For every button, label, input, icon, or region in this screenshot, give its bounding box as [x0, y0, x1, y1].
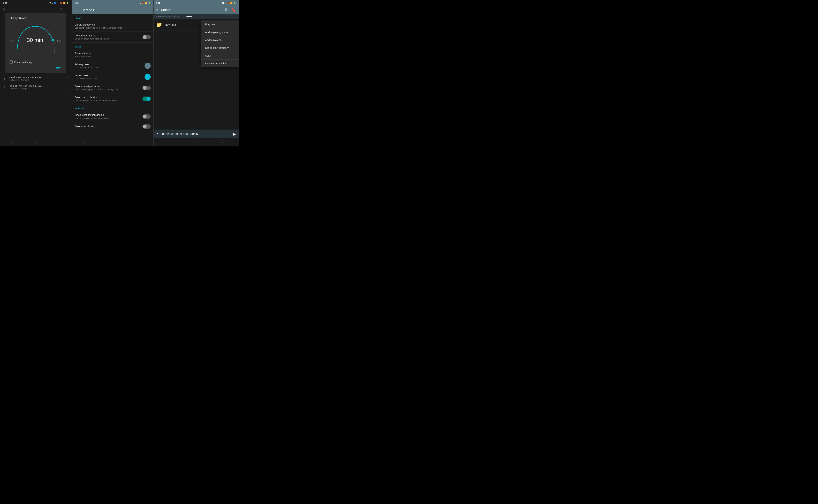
set-button[interactable]: SET — [54, 66, 62, 70]
song-list: 1 Basshunter - I Can Walk On W... <unkno… — [0, 73, 72, 138]
nav-home-3[interactable]: ○ — [194, 140, 196, 144]
hamburger-menu-button[interactable]: ≡ — [156, 8, 158, 12]
primary-color-swatch[interactable] — [144, 63, 151, 69]
nav-back-3[interactable]: ‹ — [167, 140, 168, 144]
toggle-thumb-colored-notif — [143, 125, 146, 128]
primary-color-title: Primary color — [74, 63, 98, 66]
settings-classic-notification[interactable]: Classic notification design Use the clas… — [72, 111, 153, 122]
bookmark-button-3[interactable]: 🔖 — [232, 8, 236, 12]
statusbar-3: 1:02 🖼 ∞ 🔕 📶 🔋 — [153, 0, 239, 6]
music-icon: ♪ — [52, 2, 53, 4]
mini-player-play-button[interactable]: ▶ — [233, 132, 236, 136]
heart-button[interactable]: ♡ — [60, 7, 63, 12]
mini-player[interactable]: ∧ SUPER EUROBEAT FOR RUNNIN... ▶ — [153, 130, 239, 138]
context-play-next[interactable]: Play next — [201, 20, 239, 28]
remember-tab-title: Remember last tab — [74, 34, 109, 37]
general-theme-title: General theme — [74, 52, 91, 55]
accent-color-swatch[interactable] — [144, 74, 151, 80]
status-icons-3: 🖼 ∞ 🔕 📶 🔋 — [222, 2, 236, 4]
timer-arc-area[interactable]: 30 min. 0:3 1:34 — [10, 23, 62, 57]
nav-home-1[interactable]: ○ — [34, 140, 36, 144]
song-info-2: Initial D - No One Sleep In Tok... <unkn… — [9, 85, 63, 90]
nav-back-1[interactable]: ‹ — [11, 140, 12, 144]
breadcrumb-bar: STORAGE › EMULATED › 0 › MUSIC — [153, 14, 239, 19]
accent-color-desc: The accent theme color — [74, 77, 98, 80]
breadcrumb-emulated[interactable]: EMULATED — [169, 15, 181, 18]
search-button-3[interactable]: 🔍 — [225, 8, 229, 12]
breadcrumb-0[interactable]: 0 — [183, 15, 184, 18]
song-meta-2: <unknown> · Newpipe — [9, 87, 63, 90]
settings-colored-shortcuts[interactable]: Colored app shortcuts Colors the app sho… — [72, 93, 153, 104]
settings-library-categories[interactable]: Library categories Configure visibility … — [72, 21, 153, 32]
section-header-notification: Notification — [72, 104, 153, 111]
settings-accent-color[interactable]: Accent color The accent theme color — [72, 71, 153, 82]
context-delete[interactable]: Delete from device — [201, 60, 239, 67]
settings-primary-color[interactable]: Primary color The primary theme color — [72, 60, 153, 71]
settings-colored-nav-bar[interactable]: Colored navigation bar Colors the naviga… — [72, 82, 153, 93]
song-num-2: 2 — [3, 86, 6, 89]
topbar-left-3: ≡ Music — [156, 8, 170, 12]
context-add-playlist[interactable]: Add to playlist… — [201, 36, 239, 44]
remember-tab-desc: Go to the last opened tab on launch — [74, 37, 109, 40]
photo-icon: 🖼 — [49, 2, 51, 4]
toggle-thumb-nav — [143, 86, 146, 90]
classic-notification-desc: Use the classic notification design — [74, 117, 108, 119]
song-more-1[interactable]: ⋮ — [66, 77, 69, 81]
topbar-right-3: 🔍 🔖 — [225, 8, 236, 12]
nav-home-2[interactable]: ○ — [110, 140, 112, 144]
infinity-icon: ∞ — [139, 2, 141, 4]
infinity-icon-3: ∞ — [225, 2, 226, 4]
breadcrumb-chevron-2: › — [182, 15, 182, 18]
mute-icon: 🔕 — [60, 2, 62, 4]
statusbar-1: 1:22 🖼 ♪ 🔵 • 🔕 📶 🔋 — [0, 0, 72, 6]
breadcrumb-storage[interactable]: STORAGE — [156, 15, 167, 18]
timer-label: 30 min. — [27, 37, 45, 43]
settings-remember-tab[interactable]: Remember last tab Go to the last opened … — [72, 32, 153, 43]
settings-title: Settings — [82, 8, 94, 12]
more-button[interactable]: ⋮ — [65, 7, 69, 12]
colored-shortcuts-title: Colored app shortcuts — [74, 96, 117, 99]
nav-recents-1[interactable]: ▭ — [57, 140, 61, 144]
close-button[interactable]: ✕ — [3, 7, 6, 12]
breadcrumb-chevron-3: › — [185, 15, 185, 18]
general-theme-desc: Black (AMOLED) — [74, 55, 91, 58]
context-scan[interactable]: Scan — [201, 52, 239, 60]
context-set-start-dir[interactable]: Set as start directory — [201, 44, 239, 52]
colored-notification-title: Colored notification — [74, 125, 96, 128]
colored-nav-bar-toggle[interactable] — [142, 86, 151, 90]
song-info-1: Basshunter - I Can Walk On W... <unknown… — [9, 76, 63, 81]
accent-color-title: Accent color — [74, 74, 98, 77]
song-more-2[interactable]: ⋮ — [66, 85, 69, 89]
colored-notification-toggle[interactable] — [142, 124, 151, 129]
library-categories-title: Library categories — [74, 23, 122, 26]
settings-general-theme[interactable]: General theme Black (AMOLED) — [72, 49, 153, 60]
status-icons-1: 🖼 ♪ 🔵 • 🔕 📶 🔋 — [49, 2, 69, 4]
song-item-2[interactable]: 2 Initial D - No One Sleep In Tok... <un… — [0, 83, 72, 91]
remember-tab-toggle[interactable] — [142, 35, 151, 39]
mute-icon-2: 🔕 — [142, 2, 144, 4]
song-item-1[interactable]: 1 Basshunter - I Can Walk On W... <unkno… — [0, 74, 72, 83]
back-button-2[interactable]: ← — [74, 8, 78, 12]
photo-icon-3: 🖼 — [222, 2, 224, 4]
nav-recents-2[interactable]: ▭ — [137, 140, 141, 144]
song-meta-1: <unknown> · Newpipe — [9, 79, 63, 81]
topbar-3: ≡ Music 🔍 🔖 — [153, 6, 239, 14]
colored-shortcuts-toggle[interactable] — [142, 97, 151, 101]
settings-colored-notification[interactable]: Colored notification — [72, 122, 153, 131]
nav-recents-3[interactable]: ▭ — [222, 140, 226, 144]
signal-icon: 📶 — [63, 2, 66, 4]
finish-last-song-checkbox[interactable] — [10, 60, 13, 64]
classic-notification-toggle[interactable] — [142, 114, 151, 119]
topbar-right-icons: ♡ ⋮ — [60, 7, 69, 12]
set-button-container: SET — [10, 66, 62, 70]
status-time-3: 1:02 — [156, 2, 160, 4]
mini-player-title: SUPER EUROBEAT FOR RUNNIN... — [160, 133, 231, 135]
context-add-queue[interactable]: Add to playing queue — [201, 28, 239, 36]
breadcrumb-chevron-1: › — [168, 15, 168, 18]
section-header-colors: Colors — [72, 43, 153, 49]
breadcrumb-music[interactable]: MUSIC — [186, 15, 193, 18]
mini-player-expand-icon[interactable]: ∧ — [156, 132, 158, 136]
colored-shortcuts-desc: Colors the app shortcuts in the accent c… — [74, 99, 117, 102]
folder-icon-newpipe: 📁 — [156, 22, 162, 28]
nav-back-2[interactable]: ‹ — [84, 140, 85, 144]
